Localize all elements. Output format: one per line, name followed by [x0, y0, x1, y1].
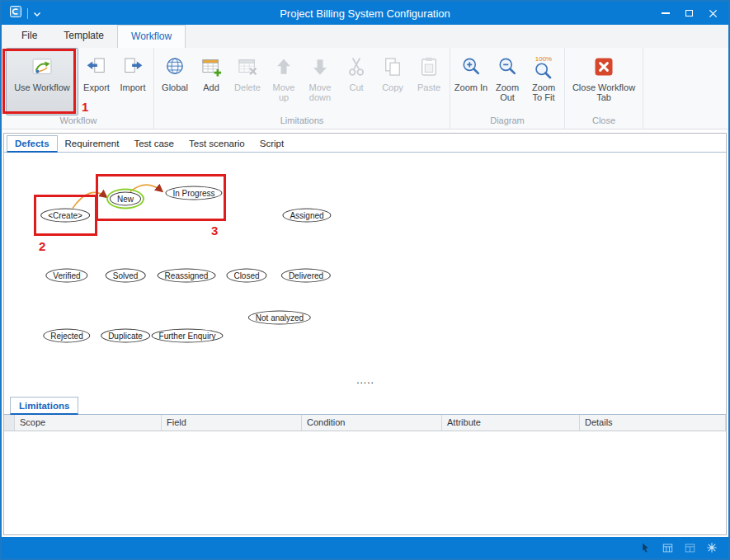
column-header-condition[interactable]: Condition [302, 415, 442, 431]
tab-defects[interactable]: Defects [7, 135, 58, 153]
workflow-node-closed[interactable]: Closed [226, 269, 266, 283]
import-label: Import [120, 82, 145, 92]
use-workflow-label: Use Workflow [14, 82, 70, 92]
ribbon-group-limitations: GlobalAddDeleteMove upMove downCutCopyPa… [154, 48, 450, 129]
add-button[interactable]: Add [193, 48, 229, 115]
workflow-node-in-progress[interactable]: In Progress [165, 186, 222, 200]
ribbon-group-workflow: Use WorkflowExportImportWorkflow [3, 48, 154, 129]
ribbon-tab-bar: FileTemplateWorkflow [2, 25, 728, 48]
add-table-icon [200, 53, 223, 81]
zoom-in-label: Zoom In [454, 82, 487, 92]
move-up-button: Move up [266, 48, 302, 115]
paste-label: Paste [417, 82, 440, 92]
copy-icon [381, 53, 404, 81]
export-label: Export [83, 82, 110, 92]
move-down-icon [308, 53, 332, 81]
column-header-attribute[interactable]: Attribute [442, 415, 580, 431]
move-up-icon [272, 53, 295, 81]
ellipsis-text: ..... [356, 374, 374, 386]
tab-script[interactable]: Script [252, 135, 291, 152]
quick-access-toolbar [5, 5, 129, 21]
layout-icon[interactable] [683, 541, 696, 554]
window-title: Project Billing System Configuration [129, 7, 601, 20]
workflow-node-reassigned[interactable]: Reassigned [158, 269, 216, 283]
ribbon-group-label-limitations: Limitations [157, 115, 447, 129]
paste-icon [417, 53, 440, 81]
zoom-in-button[interactable]: Zoom In [453, 48, 489, 115]
import-button[interactable]: Import [115, 48, 151, 115]
transition-new-to-in-progress [130, 185, 162, 191]
limitations-table-body [4, 431, 726, 534]
move-up-label: Move up [266, 82, 301, 102]
workflow-node-not-analyzed[interactable]: Not analyzed [248, 311, 311, 325]
move-down-button: Move down [302, 48, 338, 115]
ribbon-group-label-diagram: Diagram [453, 115, 562, 129]
cut-button: Cut [338, 48, 374, 115]
ribbon-group-diagram: Zoom InZoom Out100%Zoom To FitDiagram [450, 48, 565, 129]
workflow-node-new[interactable]: New [110, 192, 141, 206]
workflow-node-rejected[interactable]: Rejected [43, 329, 90, 343]
tab-test-case[interactable]: Test case [126, 135, 181, 152]
maximize-icon[interactable] [677, 5, 701, 22]
delete-table-icon [236, 53, 259, 81]
workflow-node-create[interactable]: <Create> [40, 209, 90, 223]
copy-label: Copy [382, 82, 403, 92]
chevron-down-icon[interactable] [33, 6, 41, 21]
globe-icon [163, 53, 186, 81]
column-header-field[interactable]: Field [162, 415, 302, 431]
toolbar-separator [27, 8, 28, 19]
column-header-scope[interactable]: Scope [15, 415, 162, 431]
ribbon: Use WorkflowExportImportWorkflowGlobalAd… [2, 48, 728, 129]
ribbon-group-label-close: Close [568, 115, 640, 129]
zoom-to-fit-button[interactable]: 100%Zoom To Fit [525, 48, 562, 115]
content-frame: DefectsRequirementTest caseTest scenario… [3, 133, 727, 535]
add-label: Add [203, 82, 219, 92]
copy-button: Copy [374, 48, 411, 115]
workflow-node-delivered[interactable]: Delivered [281, 269, 331, 283]
move-down-label: Move down [303, 82, 337, 102]
zoom-out-button[interactable]: Zoom Out [489, 48, 525, 115]
cut-label: Cut [349, 82, 363, 92]
export-icon [85, 53, 108, 81]
workflow-node-assigned[interactable]: Assigned [282, 209, 331, 223]
grid-icon[interactable] [661, 541, 674, 554]
application-window: Project Billing System Configuration Fil… [0, 0, 730, 560]
limitations-tab-bar: Limitations [4, 394, 726, 415]
workflow-node-solved[interactable]: Solved [106, 269, 146, 283]
ribbon-tab-file[interactable]: File [8, 25, 50, 48]
tab-test-scenario[interactable]: Test scenario [181, 135, 252, 152]
tab-limitations[interactable]: Limitations [10, 397, 78, 415]
global-label: Global [162, 82, 188, 92]
close-workflow-tab-label: Close Workflow Tab [568, 82, 639, 102]
cut-icon [345, 53, 368, 81]
export-button[interactable]: Export [78, 48, 115, 115]
row-indicator-column [4, 415, 15, 431]
workflow-node-verified[interactable]: Verified [45, 269, 87, 283]
ribbon-tab-template[interactable]: Template [50, 25, 117, 48]
ribbon-group-label-workflow: Workflow [6, 115, 151, 129]
app-icon[interactable] [9, 5, 22, 21]
close-workflow-tab-button[interactable]: Close Workflow Tab [568, 48, 640, 115]
title-bar: Project Billing System Configuration [2, 2, 728, 25]
minimize-icon[interactable] [653, 5, 677, 22]
zoom-in-icon [459, 53, 483, 81]
pointer-icon[interactable] [638, 541, 652, 554]
workflow-node-further-enquiry[interactable]: Further Enquiry [152, 329, 224, 343]
delete-label: Delete [234, 82, 261, 92]
ribbon-tab-workflow[interactable]: Workflow [117, 25, 186, 48]
limitations-table-header: ScopeFieldConditionAttributeDetails [4, 415, 726, 431]
workflow-diagram-canvas[interactable]: ..... <Create>NewIn ProgressAssignedVeri… [4, 153, 726, 394]
window-controls [601, 5, 725, 22]
use-workflow-button[interactable]: Use Workflow [6, 48, 78, 115]
svg-text:100%: 100% [535, 55, 552, 63]
paste-button: Paste [411, 48, 447, 115]
close-icon[interactable] [701, 5, 725, 22]
global-button[interactable]: Global [157, 48, 193, 115]
close-tab-icon [592, 53, 615, 81]
tab-requirement[interactable]: Requirement [58, 135, 127, 152]
snowflake-icon[interactable] [705, 541, 718, 554]
workflow-node-duplicate[interactable]: Duplicate [101, 329, 150, 343]
transition-create-to-new [73, 192, 106, 208]
zoom-to-fit-label: Zoom To Fit [526, 82, 561, 102]
column-header-details[interactable]: Details [580, 415, 726, 431]
